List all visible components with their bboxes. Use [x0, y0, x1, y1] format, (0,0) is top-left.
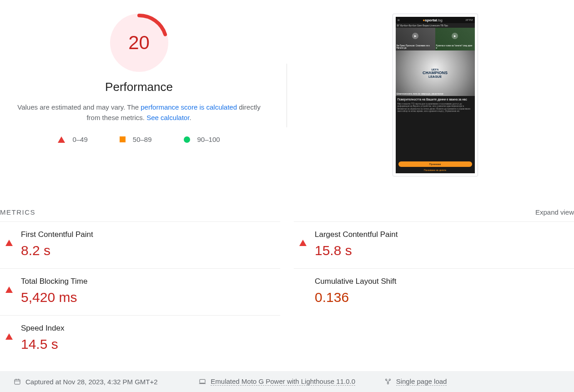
square-icon: [120, 136, 126, 142]
svg-rect-1: [15, 379, 20, 384]
svg-line-10: [387, 380, 388, 383]
footer-single-load: Single page load: [384, 377, 560, 386]
page-screenshot: ≡ ●sportal.bg ИГРИ БГ Футбол Футбол Свят…: [393, 14, 478, 176]
circle-icon: [184, 136, 190, 143]
metric-title: First Contentful Paint: [21, 230, 93, 239]
metric-si: Speed Index 14.5 s: [0, 315, 280, 362]
legend-high: 90–100: [184, 136, 220, 143]
triangle-icon: [5, 326, 13, 340]
metric-value: 14.5 s: [21, 337, 64, 352]
triangle-icon: [5, 279, 13, 293]
metric-value: 8.2 s: [21, 243, 93, 258]
metric-cls: Cumulative Layout Shift 0.136: [294, 268, 574, 315]
device-icon: [199, 378, 206, 385]
gauge-description: Values are estimated and may vary. The p…: [16, 102, 262, 123]
legend-mid: 50–89: [120, 136, 152, 143]
metric-fcp: First Contentful Paint 8.2 s: [0, 221, 280, 268]
metric-title: Speed Index: [21, 324, 64, 333]
metrics-grid: First Contentful Paint 8.2 s Total Block…: [0, 221, 574, 362]
metrics-heading: METRICS: [0, 208, 35, 216]
triangle-icon: [299, 232, 307, 246]
score-legend: 0–49 50–89 90–100: [58, 136, 220, 143]
footer-captured: Captured at Nov 28, 2023, 4:32 PM GMT+2: [14, 377, 190, 386]
metric-value: 0.136: [315, 290, 397, 305]
screenshot-section: ≡ ●sportal.bg ИГРИ БГ Футбол Футбол Свят…: [287, 14, 574, 176]
svg-line-11: [388, 380, 389, 383]
triangle-icon: [58, 136, 65, 143]
metric-title: Cumulative Layout Shift: [315, 277, 397, 286]
samples-icon: [384, 378, 392, 385]
metric-value: 15.8 s: [315, 243, 398, 258]
svg-rect-5: [200, 379, 205, 383]
triangle-icon: [5, 232, 13, 246]
score-gauge: 20: [110, 14, 168, 72]
env-footer: Captured at Nov 28, 2023, 4:32 PM GMT+2 …: [0, 371, 574, 392]
metric-lcp: Largest Contentful Paint 15.8 s: [294, 221, 574, 268]
see-calculator-link[interactable]: See calculator: [146, 114, 189, 121]
footer-emulated: Emulated Moto G Power with Lighthouse 11…: [199, 377, 375, 386]
svg-point-9: [387, 382, 388, 384]
metric-title: Total Blocking Time: [21, 277, 87, 286]
gauge-title: Performance: [105, 80, 173, 94]
score-value: 20: [110, 14, 168, 72]
performance-gauge-section: 20 Performance Values are estimated and …: [0, 14, 287, 176]
calendar-icon: [14, 378, 21, 385]
metric-value: 5,420 ms: [21, 290, 87, 305]
legend-low: 0–49: [58, 136, 87, 143]
expand-view-toggle[interactable]: Expand view: [535, 208, 574, 216]
score-calc-link[interactable]: performance score is calculated: [141, 103, 237, 111]
metric-tbt: Total Blocking Time 5,420 ms: [0, 268, 280, 315]
metric-title: Largest Contentful Paint: [315, 230, 398, 239]
